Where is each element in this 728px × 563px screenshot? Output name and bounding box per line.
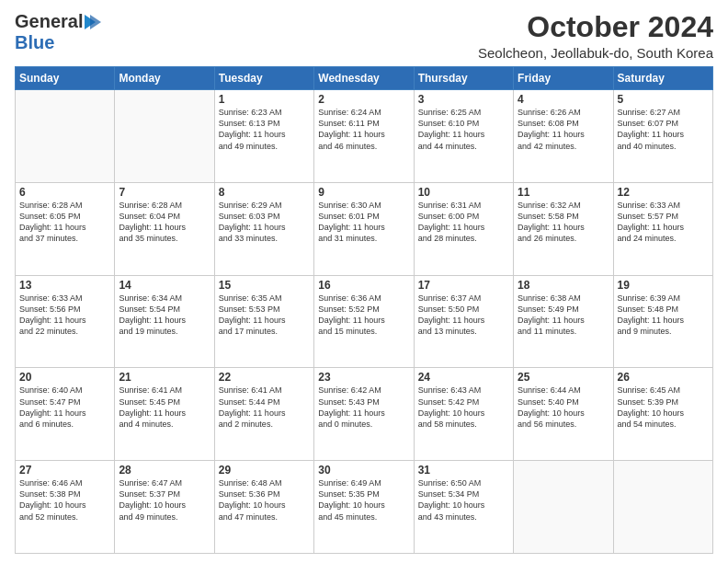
day-number: 9 — [318, 186, 409, 199]
day-number: 20 — [19, 371, 110, 384]
calendar-cell — [16, 90, 115, 183]
svg-marker-1 — [90, 15, 101, 29]
calendar-cell: 11Sunrise: 6:32 AM Sunset: 5:58 PM Dayli… — [514, 182, 613, 275]
cell-info: Sunrise: 6:31 AM Sunset: 6:00 PM Dayligh… — [418, 200, 509, 245]
logo-general: General — [15, 11, 83, 32]
calendar-cell — [115, 90, 214, 183]
cell-info: Sunrise: 6:39 AM Sunset: 5:48 PM Dayligh… — [618, 293, 709, 338]
day-number: 18 — [518, 279, 609, 292]
day-number: 10 — [418, 186, 509, 199]
cell-info: Sunrise: 6:29 AM Sunset: 6:03 PM Dayligh… — [219, 200, 310, 245]
calendar-table: SundayMondayTuesdayWednesdayThursdayFrid… — [15, 66, 713, 554]
day-number: 17 — [418, 279, 509, 292]
day-header-saturday: Saturday — [613, 67, 712, 90]
cell-info: Sunrise: 6:27 AM Sunset: 6:07 PM Dayligh… — [618, 107, 709, 152]
day-number: 27 — [19, 464, 110, 477]
calendar-cell: 19Sunrise: 6:39 AM Sunset: 5:48 PM Dayli… — [613, 275, 712, 368]
calendar-cell: 7Sunrise: 6:28 AM Sunset: 6:04 PM Daylig… — [115, 182, 214, 275]
calendar-cell: 29Sunrise: 6:48 AM Sunset: 5:36 PM Dayli… — [214, 461, 313, 554]
day-number: 16 — [318, 279, 409, 292]
day-number: 23 — [318, 371, 409, 384]
calendar-cell: 15Sunrise: 6:35 AM Sunset: 5:53 PM Dayli… — [214, 275, 313, 368]
calendar-cell: 6Sunrise: 6:28 AM Sunset: 6:05 PM Daylig… — [16, 182, 115, 275]
day-header-friday: Friday — [514, 67, 613, 90]
cell-info: Sunrise: 6:48 AM Sunset: 5:36 PM Dayligh… — [219, 477, 310, 523]
calendar-cell: 28Sunrise: 6:47 AM Sunset: 5:37 PM Dayli… — [115, 461, 214, 554]
calendar-cell: 3Sunrise: 6:25 AM Sunset: 6:10 PM Daylig… — [414, 90, 513, 183]
day-number: 30 — [318, 464, 409, 477]
day-header-thursday: Thursday — [414, 67, 513, 90]
day-header-tuesday: Tuesday — [214, 67, 313, 90]
cell-info: Sunrise: 6:43 AM Sunset: 5:42 PM Dayligh… — [418, 385, 509, 430]
cell-info: Sunrise: 6:30 AM Sunset: 6:01 PM Dayligh… — [318, 200, 409, 245]
day-number: 15 — [219, 279, 310, 292]
calendar-cell: 2Sunrise: 6:24 AM Sunset: 6:11 PM Daylig… — [314, 90, 414, 183]
title-block: October 2024 Seolcheon, Jeollabuk-do, So… — [478, 11, 713, 61]
page: General Blue October 2024 Seolcheon, Jeo… — [0, 0, 728, 563]
calendar-cell: 1Sunrise: 6:23 AM Sunset: 6:13 PM Daylig… — [214, 90, 313, 183]
cell-info: Sunrise: 6:23 AM Sunset: 6:13 PM Dayligh… — [219, 107, 310, 152]
day-number: 26 — [618, 371, 709, 384]
calendar-cell: 5Sunrise: 6:27 AM Sunset: 6:07 PM Daylig… — [613, 90, 712, 183]
day-header-monday: Monday — [115, 67, 214, 90]
day-number: 13 — [19, 279, 110, 292]
day-number: 24 — [418, 371, 509, 384]
day-header-sunday: Sunday — [16, 67, 115, 90]
day-number: 14 — [119, 279, 210, 292]
calendar-cell: 17Sunrise: 6:37 AM Sunset: 5:50 PM Dayli… — [414, 275, 513, 368]
calendar-header-row: SundayMondayTuesdayWednesdayThursdayFrid… — [16, 67, 713, 90]
calendar-week-1: 6Sunrise: 6:28 AM Sunset: 6:05 PM Daylig… — [16, 182, 713, 275]
calendar-week-0: 1Sunrise: 6:23 AM Sunset: 6:13 PM Daylig… — [16, 90, 713, 183]
cell-info: Sunrise: 6:33 AM Sunset: 5:56 PM Dayligh… — [19, 293, 110, 338]
cell-info: Sunrise: 6:41 AM Sunset: 5:44 PM Dayligh… — [219, 385, 310, 430]
logo-blue: Blue — [15, 32, 54, 52]
day-number: 3 — [418, 93, 509, 106]
cell-info: Sunrise: 6:35 AM Sunset: 5:53 PM Dayligh… — [219, 293, 310, 338]
day-header-wednesday: Wednesday — [314, 67, 414, 90]
calendar-cell: 31Sunrise: 6:50 AM Sunset: 5:34 PM Dayli… — [414, 461, 513, 554]
calendar-cell: 16Sunrise: 6:36 AM Sunset: 5:52 PM Dayli… — [314, 275, 414, 368]
location-title: Seolcheon, Jeollabuk-do, South Korea — [478, 45, 713, 61]
cell-info: Sunrise: 6:28 AM Sunset: 6:05 PM Dayligh… — [19, 200, 110, 245]
calendar-cell — [514, 461, 613, 554]
calendar-cell: 13Sunrise: 6:33 AM Sunset: 5:56 PM Dayli… — [16, 275, 115, 368]
cell-info: Sunrise: 6:32 AM Sunset: 5:58 PM Dayligh… — [518, 200, 609, 245]
calendar-week-3: 20Sunrise: 6:40 AM Sunset: 5:47 PM Dayli… — [16, 368, 713, 461]
calendar-cell: 24Sunrise: 6:43 AM Sunset: 5:42 PM Dayli… — [414, 368, 513, 461]
day-number: 1 — [219, 93, 310, 106]
calendar-cell: 26Sunrise: 6:45 AM Sunset: 5:39 PM Dayli… — [613, 368, 712, 461]
logo-line1: General — [15, 11, 101, 32]
calendar-cell: 20Sunrise: 6:40 AM Sunset: 5:47 PM Dayli… — [16, 368, 115, 461]
day-number: 22 — [219, 371, 310, 384]
cell-info: Sunrise: 6:41 AM Sunset: 5:45 PM Dayligh… — [119, 385, 210, 430]
day-number: 6 — [19, 186, 110, 199]
day-number: 5 — [618, 93, 709, 106]
calendar-cell: 10Sunrise: 6:31 AM Sunset: 6:00 PM Dayli… — [414, 182, 513, 275]
cell-info: Sunrise: 6:24 AM Sunset: 6:11 PM Dayligh… — [318, 107, 409, 152]
cell-info: Sunrise: 6:28 AM Sunset: 6:04 PM Dayligh… — [119, 200, 210, 245]
logo-line2: Blue — [15, 32, 54, 53]
calendar-cell: 12Sunrise: 6:33 AM Sunset: 5:57 PM Dayli… — [613, 182, 712, 275]
day-number: 7 — [119, 186, 210, 199]
cell-info: Sunrise: 6:37 AM Sunset: 5:50 PM Dayligh… — [418, 293, 509, 338]
day-number: 2 — [318, 93, 409, 106]
calendar-cell: 25Sunrise: 6:44 AM Sunset: 5:40 PM Dayli… — [514, 368, 613, 461]
day-number: 21 — [119, 371, 210, 384]
cell-info: Sunrise: 6:44 AM Sunset: 5:40 PM Dayligh… — [518, 385, 609, 430]
cell-info: Sunrise: 6:47 AM Sunset: 5:37 PM Dayligh… — [119, 477, 210, 523]
cell-info: Sunrise: 6:38 AM Sunset: 5:49 PM Dayligh… — [518, 293, 609, 338]
header: General Blue October 2024 Seolcheon, Jeo… — [15, 11, 713, 61]
cell-info: Sunrise: 6:46 AM Sunset: 5:38 PM Dayligh… — [19, 477, 110, 523]
day-number: 28 — [119, 464, 210, 477]
cell-info: Sunrise: 6:40 AM Sunset: 5:47 PM Dayligh… — [19, 385, 110, 430]
day-number: 31 — [418, 464, 509, 477]
day-number: 29 — [219, 464, 310, 477]
day-number: 8 — [219, 186, 310, 199]
calendar-cell: 8Sunrise: 6:29 AM Sunset: 6:03 PM Daylig… — [214, 182, 313, 275]
cell-info: Sunrise: 6:26 AM Sunset: 6:08 PM Dayligh… — [518, 107, 609, 152]
calendar-week-4: 27Sunrise: 6:46 AM Sunset: 5:38 PM Dayli… — [16, 461, 713, 554]
cell-info: Sunrise: 6:49 AM Sunset: 5:35 PM Dayligh… — [318, 477, 409, 523]
cell-info: Sunrise: 6:42 AM Sunset: 5:43 PM Dayligh… — [318, 385, 409, 430]
calendar-cell: 9Sunrise: 6:30 AM Sunset: 6:01 PM Daylig… — [314, 182, 414, 275]
logo: General Blue — [15, 11, 101, 53]
